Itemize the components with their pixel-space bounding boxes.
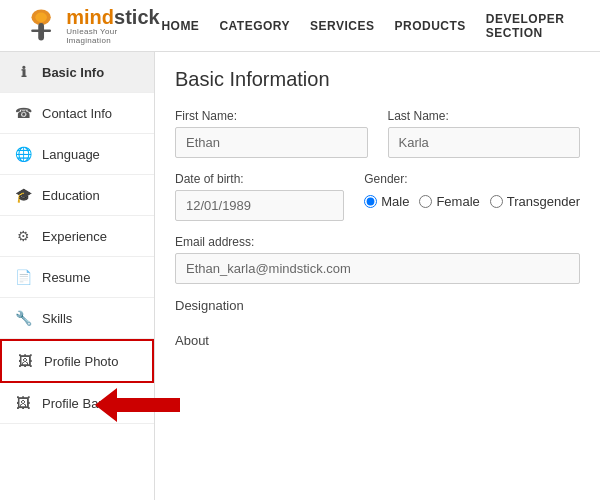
gender-male[interactable]: Male [364, 194, 409, 209]
about-group: About [175, 333, 580, 354]
dob-group: Date of birth: [175, 172, 344, 221]
gender-male-radio[interactable] [364, 195, 377, 208]
gender-options: Male Female Transgender [364, 190, 580, 209]
svg-marker-4 [95, 388, 180, 422]
sidebar-label-education: Education [42, 188, 100, 203]
logo-stick: stick [114, 6, 160, 28]
email-label: Email address: [175, 235, 580, 249]
gender-transgender-label: Transgender [507, 194, 580, 209]
nav-developer[interactable]: DEVELOPER SECTION [486, 12, 584, 40]
gender-female-label: Female [436, 194, 479, 209]
about-row: About [175, 333, 580, 354]
last-name-group: Last Name: [388, 109, 581, 158]
sidebar-label-contact-info: Contact Info [42, 106, 112, 121]
svg-point-1 [35, 12, 47, 22]
sidebar-label-basic-info: Basic Info [42, 65, 104, 80]
gender-transgender[interactable]: Transgender [490, 194, 580, 209]
arrow-annotation [95, 388, 180, 422]
education-icon: 🎓 [14, 186, 32, 204]
sidebar-item-education[interactable]: 🎓 Education [0, 175, 154, 216]
page-title: Basic Information [175, 68, 580, 91]
designation-group: Designation [175, 298, 580, 319]
logo-mind: mind [66, 6, 114, 28]
dob-gender-row: Date of birth: Gender: Male Female [175, 172, 580, 221]
logo-area: mindstick Unleash Your Imagination [16, 7, 161, 45]
sidebar-item-profile-photo[interactable]: 🖼 Profile Photo [0, 339, 154, 383]
skills-icon: 🔧 [14, 309, 32, 327]
dob-label: Date of birth: [175, 172, 344, 186]
gender-female-radio[interactable] [419, 195, 432, 208]
logo-text: mindstick Unleash Your Imagination [66, 7, 161, 45]
nav-category[interactable]: CATEGORY [219, 19, 290, 33]
last-name-label: Last Name: [388, 109, 581, 123]
sidebar-label-resume: Resume [42, 270, 90, 285]
sidebar-label-skills: Skills [42, 311, 72, 326]
experience-icon: ⚙ [14, 227, 32, 245]
last-name-input[interactable] [388, 127, 581, 158]
contact-icon: ☎ [14, 104, 32, 122]
sidebar: ℹ Basic Info ☎ Contact Info 🌐 Language 🎓… [0, 52, 155, 500]
designation-row: Designation [175, 298, 580, 319]
gender-transgender-radio[interactable] [490, 195, 503, 208]
sidebar-item-basic-info[interactable]: ℹ Basic Info [0, 52, 154, 93]
about-label: About [175, 333, 580, 348]
sidebar-item-contact-info[interactable]: ☎ Contact Info [0, 93, 154, 134]
logo-brand: mindstick [66, 7, 161, 27]
sidebar-item-resume[interactable]: 📄 Resume [0, 257, 154, 298]
sidebar-label-language: Language [42, 147, 100, 162]
profile-banner-icon: 🖼 [14, 394, 32, 412]
profile-photo-icon: 🖼 [16, 352, 34, 370]
nav-services[interactable]: SERVICES [310, 19, 374, 33]
first-name-group: First Name: [175, 109, 368, 158]
email-group: Email address: [175, 235, 580, 284]
sidebar-label-experience: Experience [42, 229, 107, 244]
resume-icon: 📄 [14, 268, 32, 286]
gender-label: Gender: [364, 172, 580, 186]
email-input[interactable] [175, 253, 580, 284]
main-content: Basic Information First Name: Last Name:… [155, 52, 600, 500]
sidebar-item-experience[interactable]: ⚙ Experience [0, 216, 154, 257]
gender-male-label: Male [381, 194, 409, 209]
dob-input[interactable] [175, 190, 344, 221]
sidebar-item-skills[interactable]: 🔧 Skills [0, 298, 154, 339]
nav-products[interactable]: PRODUCTS [395, 19, 466, 33]
gender-group: Gender: Male Female Transgender [364, 172, 580, 221]
sidebar-label-profile-photo: Profile Photo [44, 354, 118, 369]
sidebar-item-language[interactable]: 🌐 Language [0, 134, 154, 175]
gender-female[interactable]: Female [419, 194, 479, 209]
header: mindstick Unleash Your Imagination HOME … [0, 0, 600, 52]
arrow-svg [95, 388, 180, 422]
name-row: First Name: Last Name: [175, 109, 580, 158]
designation-label: Designation [175, 298, 580, 313]
nav-menu: HOME CATEGORY SERVICES PRODUCTS DEVELOPE… [161, 12, 584, 40]
logo-icon [16, 7, 66, 45]
first-name-input[interactable] [175, 127, 368, 158]
logo-tagline: Unleash Your Imagination [66, 27, 161, 45]
email-row: Email address: [175, 235, 580, 284]
first-name-label: First Name: [175, 109, 368, 123]
layout: ℹ Basic Info ☎ Contact Info 🌐 Language 🎓… [0, 52, 600, 500]
nav-home[interactable]: HOME [161, 19, 199, 33]
info-icon: ℹ [14, 63, 32, 81]
language-icon: 🌐 [14, 145, 32, 163]
